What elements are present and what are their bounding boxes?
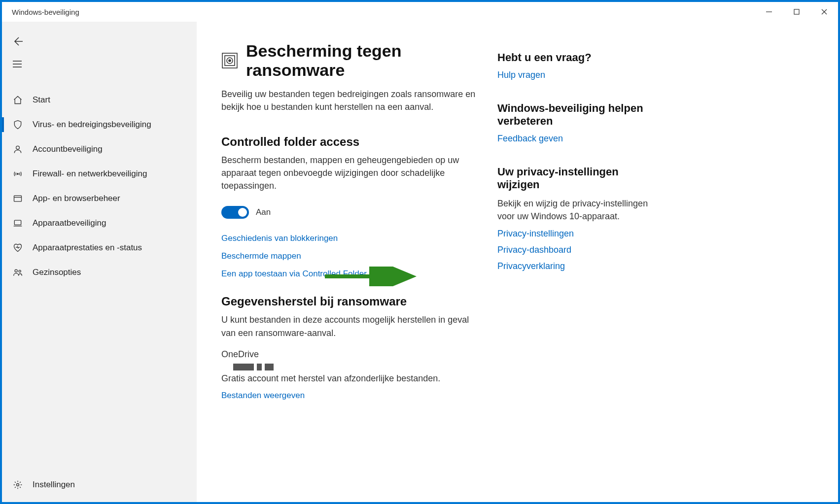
hamburger-button[interactable] bbox=[12, 54, 32, 74]
shield-icon bbox=[12, 119, 24, 131]
svg-rect-9 bbox=[14, 196, 22, 202]
titlebar: Windows-beveiliging bbox=[2, 2, 838, 22]
svg-point-19 bbox=[229, 60, 231, 62]
aside-privacy-title: Uw privacy-instellingen wijzigen bbox=[497, 166, 655, 191]
svg-rect-11 bbox=[14, 220, 21, 225]
page-title: Bescherming tegen ransomware bbox=[246, 41, 483, 80]
app-window: Windows-beveiliging bbox=[2, 2, 838, 502]
aside-improve-title: Windows-beveiliging helpen verbeteren bbox=[497, 102, 655, 128]
cfa-toggle-label: Aan bbox=[256, 207, 271, 217]
section-desc-cfa: Bescherm bestanden, mappen en geheugenge… bbox=[221, 154, 483, 192]
app-icon bbox=[12, 193, 24, 204]
sidebar-item-label: Accountbeveiliging bbox=[33, 144, 103, 154]
aside-privacy-link-settings[interactable]: Privacy-instellingen bbox=[497, 229, 655, 239]
main-content: Bescherming tegen ransomware Beveilig uw… bbox=[197, 22, 838, 502]
close-button[interactable] bbox=[810, 2, 838, 22]
svg-point-7 bbox=[16, 146, 20, 149]
svg-rect-1 bbox=[794, 9, 799, 14]
sidebar-item-label: Instellingen bbox=[33, 480, 75, 490]
onedrive-title: OneDrive bbox=[221, 349, 483, 360]
redacted-account bbox=[221, 364, 483, 370]
window-title: Windows-beveiliging bbox=[12, 8, 755, 16]
sidebar-item-appbrowser[interactable]: App- en browserbeheer bbox=[2, 186, 197, 211]
svg-point-15 bbox=[17, 484, 19, 486]
antenna-icon bbox=[12, 168, 24, 180]
sidebar-item-label: Gezinsopties bbox=[33, 268, 81, 277]
sidebar-item-health[interactable]: Apparaatprestaties en -status bbox=[2, 235, 197, 260]
aside-help-title: Hebt u een vraag? bbox=[497, 51, 655, 64]
sidebar-item-label: App- en browserbeheer bbox=[33, 194, 120, 203]
section-title-cfa: Controlled folder access bbox=[221, 135, 483, 149]
aside-privacy-text: Bekijk en wijzig de privacy-instellingen… bbox=[497, 197, 655, 223]
aside-improve-link[interactable]: Feedback geven bbox=[497, 134, 655, 144]
gear-icon bbox=[12, 479, 24, 491]
laptop-icon bbox=[12, 217, 24, 229]
section-desc-recovery: U kunt bestanden in deze accounts mogeli… bbox=[221, 313, 483, 339]
onedrive-desc: Gratis account met herstel van afzonderl… bbox=[221, 373, 483, 384]
maximize-button[interactable] bbox=[783, 2, 810, 22]
ransomware-icon bbox=[221, 52, 238, 69]
link-block-history[interactable]: Geschiedenis van blokkeringen bbox=[221, 234, 483, 243]
home-icon bbox=[12, 94, 24, 106]
sidebar-item-account[interactable]: Accountbeveiliging bbox=[2, 137, 197, 162]
link-view-files[interactable]: Bestanden weergeven bbox=[221, 391, 483, 401]
link-allow-app[interactable]: Een app toestaan via Controlled Folder A… bbox=[221, 269, 483, 279]
svg-point-13 bbox=[15, 269, 17, 272]
sidebar-item-settings[interactable]: Instellingen bbox=[2, 472, 197, 497]
sidebar: Start Virus- en bedreigingsbeveiliging A… bbox=[2, 22, 197, 502]
link-protected-folders[interactable]: Beschermde mappen bbox=[221, 251, 483, 261]
back-button[interactable] bbox=[12, 32, 32, 51]
sidebar-item-label: Start bbox=[33, 95, 50, 105]
sidebar-item-virus[interactable]: Virus- en bedreigingsbeveiliging bbox=[2, 112, 197, 137]
aside-help-link[interactable]: Hulp vragen bbox=[497, 70, 655, 80]
sidebar-item-label: Firewall- en netwerkbeveiliging bbox=[33, 169, 147, 179]
sidebar-item-label: Apparaatprestaties en -status bbox=[33, 243, 142, 253]
sidebar-item-family[interactable]: Gezinsopties bbox=[2, 260, 197, 285]
svg-point-14 bbox=[19, 270, 21, 272]
person-icon bbox=[12, 143, 24, 155]
sidebar-item-home[interactable]: Start bbox=[2, 88, 197, 112]
cfa-toggle[interactable] bbox=[221, 206, 249, 219]
svg-point-8 bbox=[17, 173, 19, 175]
page-description: Beveilig uw bestanden tegen bedreigingen… bbox=[221, 88, 483, 113]
window-controls bbox=[755, 2, 838, 22]
sidebar-item-label: Apparaatbeveiliging bbox=[33, 218, 106, 228]
heart-icon bbox=[12, 242, 24, 254]
minimize-button[interactable] bbox=[755, 2, 783, 22]
people-icon bbox=[12, 267, 24, 278]
sidebar-item-label: Virus- en bedreigingsbeveiliging bbox=[33, 120, 151, 130]
aside-privacy-link-dashboard[interactable]: Privacy-dashboard bbox=[497, 245, 655, 255]
sidebar-item-device[interactable]: Apparaatbeveiliging bbox=[2, 211, 197, 235]
aside-privacy-link-statement[interactable]: Privacyverklaring bbox=[497, 261, 655, 271]
section-title-recovery: Gegevensherstel bij ransomware bbox=[221, 295, 483, 308]
sidebar-item-firewall[interactable]: Firewall- en netwerkbeveiliging bbox=[2, 162, 197, 186]
app-body: Start Virus- en bedreigingsbeveiliging A… bbox=[2, 22, 838, 502]
